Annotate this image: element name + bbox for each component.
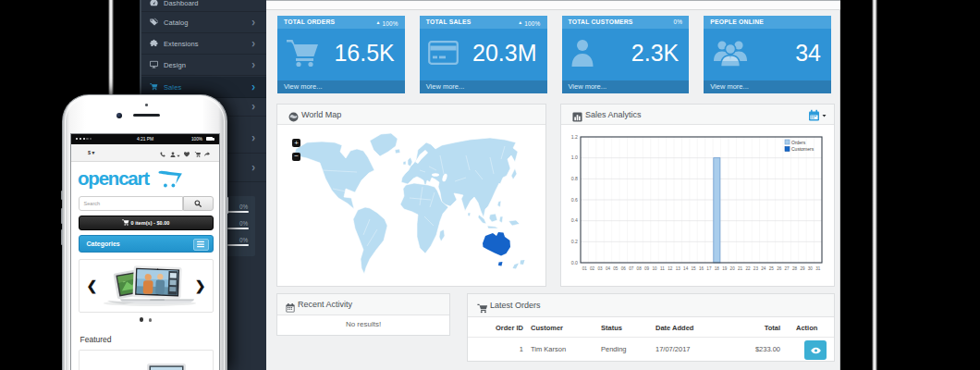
tile-view-more-link[interactable]: View more...: [420, 80, 547, 94]
tile-title: TOTAL SALES: [426, 18, 472, 25]
search-input[interactable]: Search: [79, 196, 183, 210]
heart-icon[interactable]: [184, 144, 190, 161]
svg-text:0.8: 0.8: [571, 176, 578, 181]
recent-activity-title: Recent Activity: [298, 300, 352, 309]
hamburger-menu-icon[interactable]: [193, 239, 209, 251]
svg-text:12: 12: [668, 266, 673, 271]
svg-text:29: 29: [800, 266, 805, 271]
stat-progress-track: [227, 244, 249, 246]
stat-percent: 0%: [239, 204, 248, 210]
map-zoom-out-button[interactable]: −: [292, 153, 300, 161]
map-country-australia[interactable]: [483, 232, 510, 256]
featured-product-card[interactable]: [79, 350, 214, 370]
svg-text:22: 22: [745, 266, 751, 271]
tile-body: 34: [704, 29, 831, 80]
tile-header: TOTAL SALES▲ 100%: [420, 16, 547, 29]
search-button[interactable]: [183, 196, 214, 210]
world-map-panel: World Map + −: [276, 104, 546, 287]
cell-total: $233.00: [755, 345, 780, 353]
categories-bar[interactable]: Categories: [79, 235, 214, 253]
tile-value: 2.3K: [631, 39, 679, 66]
svg-text:14: 14: [683, 266, 689, 271]
left-edge-line: [108, 0, 114, 102]
tile-body: 16.5K: [277, 29, 405, 80]
sidebar-item-dashboard[interactable]: Dashboard: [141, 0, 268, 12]
tile-header: TOTAL ORDERS▲ 100%: [277, 16, 405, 29]
carousel-prev-button[interactable]: ❮: [87, 278, 98, 293]
categories-label: Categories: [87, 236, 120, 253]
column-header-customer: Customer: [531, 324, 563, 332]
svg-text:07: 07: [629, 266, 634, 271]
pagination-dot-active[interactable]: [140, 317, 144, 322]
cart-icon: [150, 82, 158, 91]
cart-icon: [286, 38, 320, 71]
globe-icon: [288, 109, 299, 126]
svg-text:0.4: 0.4: [571, 217, 578, 223]
caret-up-icon: ▲: [518, 19, 522, 25]
svg-text:1.0: 1.0: [571, 154, 578, 160]
column-header-order-id: Order ID: [496, 324, 523, 332]
kpi-tile-total-orders: TOTAL ORDERS▲ 100%16.5KView more...: [277, 16, 405, 93]
svg-text:19: 19: [722, 266, 728, 271]
cart-total-label: 0 item(s) - $0.00: [131, 220, 170, 226]
calendar-dropdown-button[interactable]: [808, 108, 827, 125]
sidebar-item-extensions[interactable]: Extensions❯: [141, 33, 268, 55]
column-header-date-added: Date Added: [655, 324, 693, 332]
phone-camera: [116, 113, 122, 118]
latest-orders-table: Order IDCustomerStatusDate AddedTotalAct…: [468, 317, 834, 361]
recent-activity-panel: Recent Activity No results!: [276, 293, 450, 336]
pagination-dot[interactable]: [149, 318, 153, 322]
svg-text:30: 30: [808, 266, 814, 271]
chevron-right-icon: ❯: [251, 62, 255, 68]
account-icon[interactable]: [170, 144, 176, 161]
kpi-tile-people-online: PEOPLE ONLINE34View more...: [704, 16, 831, 93]
tile-view-more-link[interactable]: View more...: [704, 80, 831, 94]
tile-value: 20.3M: [472, 39, 536, 66]
cell-customer: Tim Karson: [531, 345, 566, 353]
tile-header: TOTAL CUSTOMERS0%: [562, 16, 690, 29]
admin-dashboard: DashboardCatalog❯Extensions❯Design❯Sales…: [140, 0, 840, 370]
table-divider: [468, 337, 834, 338]
world-map-body[interactable]: + −: [277, 125, 545, 286]
svg-text:09: 09: [644, 266, 650, 271]
sidebar-item-design[interactable]: Design❯: [141, 55, 268, 76]
currency-dropdown[interactable]: $ ▾: [88, 144, 94, 162]
svg-text:08: 08: [637, 266, 643, 271]
svg-text:23: 23: [753, 266, 759, 271]
share-icon[interactable]: [204, 144, 211, 161]
cell-order-id: 1: [520, 345, 523, 353]
stat-progress-track: [227, 211, 249, 213]
recent-activity-header: Recent Activity: [277, 294, 449, 315]
svg-text:20: 20: [730, 266, 736, 271]
tile-view-more-link[interactable]: View more...: [562, 80, 690, 94]
chevron-right-icon: ❯: [251, 135, 255, 141]
header-strip: [266, 0, 841, 10]
cart-icon[interactable]: [194, 144, 201, 161]
chevron-right-icon: ❯: [251, 165, 255, 170]
opencart-logo[interactable]: opencart: [78, 167, 149, 190]
svg-text:21: 21: [738, 266, 743, 271]
sidebar-item-catalog[interactable]: Catalog❯: [141, 12, 268, 33]
right-edge-line: [872, 0, 877, 370]
battery-icon: [206, 137, 214, 141]
svg-text:26: 26: [777, 266, 782, 271]
phone-icon[interactable]: [160, 144, 165, 161]
tile-title: PEOPLE ONLINE: [710, 18, 764, 25]
carousel-product-image: [98, 265, 202, 309]
svg-text:04: 04: [606, 266, 611, 271]
map-zoom-in-button[interactable]: +: [292, 139, 300, 147]
phone-sensor-dot: [145, 104, 148, 106]
cart-total-button[interactable]: 0 item(s) - $0.00: [79, 216, 214, 230]
view-order-button[interactable]: [804, 340, 827, 360]
svg-text:06: 06: [621, 266, 627, 271]
tile-header: PEOPLE ONLINE: [704, 16, 831, 29]
tile-view-more-link[interactable]: View more...: [277, 80, 405, 94]
sales-analytics-header: Sales Analytics: [561, 105, 834, 125]
chevron-right-icon: ❯: [251, 19, 255, 25]
monitor-icon: [150, 61, 158, 69]
column-header-action: Action: [796, 324, 817, 332]
tile-body: 20.3M: [420, 29, 547, 80]
phone-volume-down-button: [61, 229, 64, 245]
caret-up-icon: ▲: [375, 19, 380, 25]
tags-icon: [150, 18, 158, 27]
